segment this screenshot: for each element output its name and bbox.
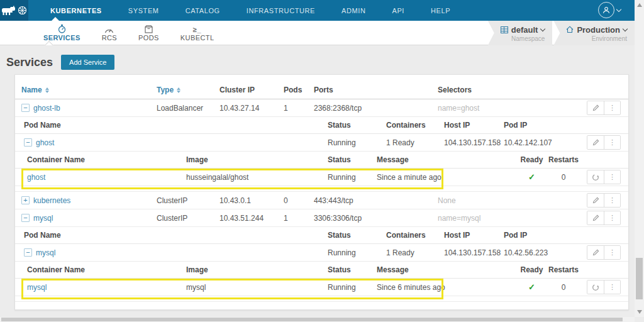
container-column-status: Status <box>328 155 377 164</box>
expand-service-icon[interactable]: + <box>21 196 30 204</box>
pod-pod-ip: 10.42.142.107 <box>504 138 581 147</box>
scroll-down-arrow-icon[interactable] <box>637 310 642 314</box>
row-menu-button[interactable]: ⋮ <box>604 170 620 184</box>
pod-name-link[interactable]: mysql <box>36 248 55 257</box>
collapse-pod-icon[interactable]: − <box>24 248 32 257</box>
kubernetes-helm-icon <box>18 6 27 15</box>
row-action-buttons: ⋮ <box>587 170 621 184</box>
service-cluster-ip: 10.43.27.14 <box>219 104 284 113</box>
restart-container-button[interactable] <box>587 170 604 184</box>
container-name-link[interactable]: ghost <box>27 173 186 182</box>
context-switchers: default Namespace Production Environment <box>487 21 635 45</box>
vertical-scrollbar[interactable] <box>635 0 644 317</box>
container-image: mysql <box>186 283 328 292</box>
service-name-link[interactable]: ghost-lb <box>33 104 60 113</box>
rancher-logo[interactable] <box>0 0 28 21</box>
kebab-menu-icon: ⋮ <box>609 248 616 257</box>
container-name-link[interactable]: mysql <box>27 283 186 292</box>
page-title: Services <box>6 56 53 69</box>
container-column-restarts: Restarts <box>546 265 581 274</box>
user-avatar[interactable] <box>598 2 614 18</box>
horizontal-scrollbar-thumb[interactable] <box>1 318 623 321</box>
row-menu-button[interactable]: ⋮ <box>604 136 620 149</box>
kebab-menu-icon: ⋮ <box>609 196 616 204</box>
top-menu: KUBERNETESSYSTEMCATALOGINFRASTRUCTUREADM… <box>37 0 464 21</box>
collapse-pod-icon[interactable]: − <box>24 138 32 147</box>
service-selectors: name=mysql <box>438 214 584 223</box>
row-menu-button[interactable]: ⋮ <box>604 194 620 207</box>
row-action-buttons: ⋮ <box>587 280 621 294</box>
pencil-icon <box>592 197 599 204</box>
pencil-icon <box>592 139 599 146</box>
namespace-value: default <box>511 25 538 35</box>
vertical-scrollbar-thumb[interactable] <box>636 258 643 299</box>
user-menu[interactable] <box>598 2 621 18</box>
pod-column-containers: Containers <box>386 231 444 240</box>
pod-pod-ip: 10.42.56.223 <box>504 248 581 257</box>
terminal-icon: ≥_ <box>193 26 202 33</box>
service-type: ClusterIP <box>157 196 219 205</box>
topnav-item-api[interactable]: API <box>379 0 418 21</box>
row-menu-button[interactable]: ⋮ <box>604 211 620 225</box>
edit-pod-button[interactable] <box>587 136 604 149</box>
restart-container-button[interactable] <box>587 280 604 294</box>
container-column-restarts: Restarts <box>546 155 581 164</box>
service-pods-count: 1 <box>284 104 314 113</box>
sort-arrows-icon[interactable] <box>45 87 49 93</box>
service-row: +kubernetesClusterIP10.43.0.10443:443/tc… <box>15 192 628 209</box>
collapse-service-icon[interactable]: − <box>21 214 30 222</box>
row-menu-button[interactable]: ⋮ <box>604 280 620 294</box>
topnav-item-kubernetes[interactable]: KUBERNETES <box>37 0 115 21</box>
sort-up-icon <box>177 87 180 90</box>
pencil-icon <box>592 214 599 221</box>
sort-arrows-icon[interactable] <box>177 87 180 93</box>
collapse-service-icon[interactable]: − <box>21 104 30 112</box>
edit-service-button[interactable] <box>587 101 604 114</box>
service-table-header: NameTypeCluster IPPodsPortsSelectors <box>15 81 628 99</box>
pod-status: Running <box>328 248 386 257</box>
pod-host-ip: 104.130.157.158 <box>444 138 504 147</box>
column-header-name[interactable]: Name <box>21 86 157 94</box>
pod-name-link[interactable]: ghost <box>36 138 54 147</box>
horizontal-scrollbar[interactable] <box>0 317 635 322</box>
service-pods-count: 1 <box>284 214 314 223</box>
topnav-item-system[interactable]: SYSTEM <box>115 0 172 21</box>
service-type: LoadBalancer <box>157 104 219 113</box>
kebab-menu-icon: ⋮ <box>609 173 616 181</box>
row-menu-button[interactable]: ⋮ <box>604 101 620 114</box>
service-name-link[interactable]: mysql <box>33 214 53 223</box>
person-icon <box>602 6 611 14</box>
container-status: Running <box>328 173 377 182</box>
container-image: husseingalal/ghost <box>186 173 328 182</box>
scroll-up-arrow-icon[interactable] <box>637 3 642 7</box>
service-row: −ghost-lbLoadBalancer10.43.27.1412368:23… <box>15 99 628 117</box>
row-action-buttons: ⋮ <box>587 193 621 208</box>
service-name-link[interactable]: kubernetes <box>33 196 70 205</box>
topnav-item-help[interactable]: HELP <box>418 0 464 21</box>
add-service-button[interactable]: Add Service <box>61 55 114 70</box>
tab-label: PODS <box>138 34 159 42</box>
tab-pods[interactable]: PODS <box>128 25 170 42</box>
tab-rcs[interactable]: RCS <box>91 25 128 42</box>
column-header-type[interactable]: Type <box>157 86 219 94</box>
row-menu-button[interactable]: ⋮ <box>604 246 620 259</box>
kebab-menu-icon: ⋮ <box>609 283 616 291</box>
topnav-item-catalog[interactable]: CATALOG <box>172 0 233 21</box>
topnav-item-admin[interactable]: ADMIN <box>328 0 379 21</box>
namespace-selector[interactable]: default Namespace <box>488 21 553 45</box>
topnav-item-infrastructure[interactable]: INFRASTRUCTURE <box>233 0 328 21</box>
gauge-icon <box>104 26 114 33</box>
edit-service-button[interactable] <box>587 194 604 207</box>
chevron-down-icon <box>540 26 545 31</box>
service-selectors: name=ghost <box>438 104 584 113</box>
service-ports: 3306:3306/tcp <box>314 214 438 223</box>
kebab-menu-icon: ⋮ <box>609 138 616 147</box>
container-table-header: Container NameImageStatusMessageReadyRes… <box>15 152 628 169</box>
edit-pod-button[interactable] <box>587 246 604 259</box>
chevron-down-icon <box>623 26 628 31</box>
tab-kubectl[interactable]: ≥_KUBECTL <box>170 25 225 42</box>
edit-service-button[interactable] <box>587 211 604 225</box>
pod-column-name: Pod Name <box>24 121 328 130</box>
environment-selector[interactable]: Production Environment <box>553 21 635 45</box>
tab-services[interactable]: SERVICES <box>33 25 91 42</box>
